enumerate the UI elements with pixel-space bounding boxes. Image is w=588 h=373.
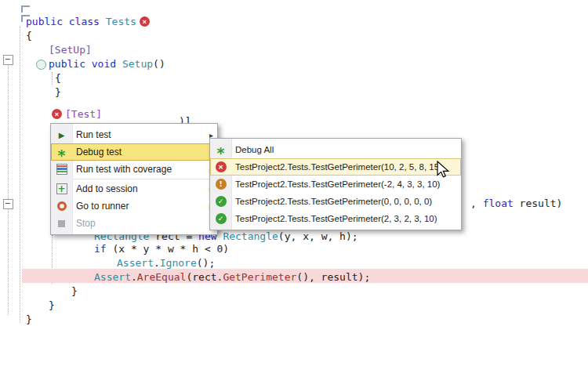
code-text: , [470, 197, 483, 209]
passed-status-icon-glyph: ✓ [216, 213, 227, 224]
code-line-setup-attribute[interactable]: [SetUp] [49, 43, 92, 56]
code-line-if-statement[interactable]: if (x * y * w * h < 0) [94, 242, 229, 255]
code-editor: public class Tests×{[SetUp]public void S… [0, 0, 588, 373]
run-test-icon-glyph: ▶ [59, 131, 65, 139]
test-failed-badge-icon[interactable]: × [140, 16, 150, 27]
fold-collapse-icon[interactable] [3, 199, 13, 209]
failed-status-icon-glyph: × [216, 161, 227, 172]
code-text: } [55, 86, 61, 98]
go-to-runner-icon-glyph [57, 201, 67, 211]
fold-collapse-icon[interactable] [3, 55, 13, 65]
menu-item-stop[interactable]: Stop [51, 215, 217, 232]
inconclusive-status-icon: ! [210, 179, 231, 190]
code-text: { [55, 72, 61, 84]
menu-item-label: Go to runner [76, 201, 129, 212]
code-text: [Test] [65, 108, 102, 120]
stop-icon [51, 220, 72, 227]
code-text: AreEqual [137, 271, 187, 283]
code-line-method-close-brace[interactable]: } [71, 284, 78, 298]
code-text: } [71, 285, 78, 297]
submenu-item-test-10-2-5-8-15[interactable]: ×TestProject2.Tests.TestGetPerimeter(10,… [210, 158, 461, 176]
context-menu: ▶Run test▸*Debug test▸Run test with cove… [50, 123, 218, 235]
code-line-test-attribute[interactable]: ×[Test] [49, 107, 102, 121]
add-session-icon-glyph: + [56, 183, 67, 194]
menu-item-go-to-runner[interactable]: Go to runner▸ [51, 197, 217, 215]
run-test-icon: ▶ [51, 131, 72, 139]
code-text: Tests [106, 16, 136, 27]
code-text: class [69, 16, 100, 27]
menu-item-label: TestProject2.Tests.TestGetPerimeter(10, … [235, 162, 442, 172]
code-text: public void [49, 58, 122, 70]
menu-item-label: Run test [76, 129, 111, 140]
code-line-setup-close-brace[interactable]: } [55, 85, 61, 99]
code-text: . [131, 271, 137, 283]
code-text: Setup [122, 58, 153, 70]
unit-test-gutter-icon[interactable] [36, 60, 46, 70]
code-line-class-close-brace[interactable]: } [49, 299, 55, 312]
passed-status-icon: ✓ [210, 196, 231, 207]
menu-item-add-to-session[interactable]: +Add to session▸ [51, 180, 217, 197]
submenu-item-test-0-0-0-0-0[interactable]: ✓TestProject2.Tests.TestGetPerimeter(0, … [210, 193, 461, 210]
code-line-setup-method[interactable]: public void Setup() [49, 57, 165, 71]
code-text: (); [197, 257, 215, 269]
code-text: [SetUp] [49, 44, 92, 56]
test-failed-badge-icon[interactable]: × [52, 109, 62, 119]
passed-status-icon-glyph: ✓ [216, 196, 227, 207]
debug-test-icon: * [51, 143, 72, 161]
menu-item-label: Stop [76, 218, 96, 229]
menu-separator [73, 179, 216, 179]
code-line-failed-assertion[interactable]: Assert.AreEqual(rect.GetPerimeter(), res… [94, 270, 370, 284]
menu-item-label: Debug test [76, 147, 122, 158]
coverage-icon-glyph [56, 164, 67, 175]
code-line-open-brace[interactable]: { [26, 29, 32, 42]
code-line-assert-ignore[interactable]: Assert.Ignore(); [117, 256, 215, 270]
submenu-item-test-neg2-4-3-3-10[interactable]: !TestProject2.Tests.TestGetPerimeter(-2,… [210, 176, 461, 193]
debug-test-submenu: *Debug All×TestProject2.Tests.TestGetPer… [209, 138, 462, 230]
code-text: float [483, 197, 514, 209]
submenu-item-debug-all[interactable]: *Debug All [210, 141, 461, 158]
code-text [100, 16, 106, 27]
menu-item-label: Run test with coverage [76, 164, 172, 175]
menu-item-run-test-with-coverage[interactable]: Run test with coverage▸ [51, 161, 217, 178]
submenu-items: *Debug All×TestProject2.Tests.TestGetPer… [210, 141, 461, 227]
menu-item-run-test[interactable]: ▶Run test▸ [51, 126, 217, 143]
code-fragment-signature-tail[interactable]: , float result) [470, 197, 562, 210]
mouse-cursor-icon [436, 161, 453, 179]
stop-icon-glyph [58, 220, 65, 227]
code-line-outer-close-brace[interactable]: } [26, 313, 32, 326]
menu-item-debug-test[interactable]: *Debug test▸ [51, 143, 217, 161]
code-text: if [94, 243, 107, 255]
coverage-icon [51, 164, 72, 175]
submenu-item-test-2-3-2-3-10[interactable]: ✓TestProject2.Tests.TestGetPerimeter(2, … [210, 210, 461, 227]
passed-status-icon: ✓ [210, 213, 231, 224]
menu-item-label: TestProject2.Tests.TestGetPerimeter(0, 0… [235, 197, 432, 206]
menu-item-label: TestProject2.Tests.TestGetPerimeter(-2, … [235, 179, 440, 189]
code-line-class-decl[interactable]: public class Tests× [26, 15, 153, 28]
go-to-runner-icon [51, 201, 72, 211]
code-text: } [49, 299, 55, 311]
code-text: (rect. [186, 271, 223, 283]
code-text: public [26, 16, 63, 27]
menu-item-label: Debug All [235, 145, 274, 154]
inconclusive-status-icon-glyph: ! [216, 179, 227, 190]
code-text: (), result); [296, 271, 370, 283]
code-text: Ignore [160, 257, 197, 269]
menu-item-label: Add to session [76, 183, 138, 194]
indent-guide [8, 64, 9, 315]
code-line-setup-open-brace[interactable]: { [55, 71, 61, 85]
code-text: Rectangle [223, 230, 278, 242]
code-text [63, 16, 69, 27]
failed-status-icon: × [210, 161, 231, 172]
code-text: (x * y * w * h < 0) [107, 243, 230, 255]
indent-guide [52, 72, 53, 85]
indent-guide [20, 27, 20, 323]
code-text: . [154, 257, 160, 269]
code-text: Assert [94, 271, 131, 283]
code-text: GetPerimeter [223, 271, 296, 283]
code-text: () [153, 58, 165, 70]
debug-status-icon: * [210, 141, 231, 158]
context-menu-items: ▶Run test▸*Debug test▸Run test with cove… [51, 126, 217, 232]
add-session-icon: + [51, 183, 72, 194]
code-text: result) [514, 197, 563, 209]
code-text: { [26, 30, 32, 42]
